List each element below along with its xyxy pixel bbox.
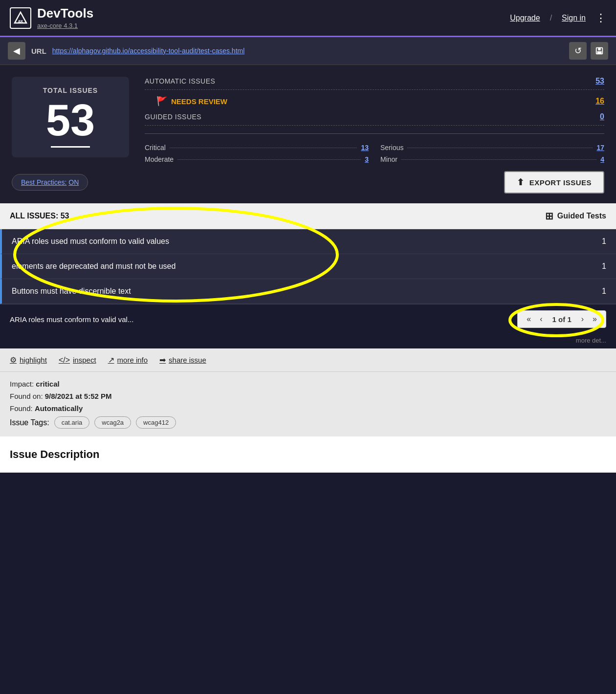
- app-header: ax DevTools axe-core 4.3.1 Upgrade / Sig…: [0, 0, 616, 37]
- best-practices-status: ON: [68, 178, 79, 186]
- stats-footer: Best Practices: ON ⬆ EXPORT ISSUES: [0, 171, 616, 203]
- highlight-label: highlight: [20, 356, 47, 364]
- issue-list-item[interactable]: elements are deprecated and must not be …: [0, 254, 616, 279]
- critical-severity: Critical 13: [145, 144, 369, 152]
- stats-panel: TOTAL ISSUES 53 AUTOMATIC ISSUES 53 🚩 NE…: [0, 65, 616, 171]
- share-icon: ➡: [159, 355, 166, 365]
- issue-description-title: Issue Description: [10, 448, 606, 461]
- pagination: « ‹ 1 of 1 › »: [517, 310, 606, 328]
- highlight-icon: ⚙: [10, 355, 17, 365]
- guided-tests-label: Guided Tests: [557, 212, 606, 220]
- minor-value[interactable]: 4: [600, 155, 604, 163]
- found-on-value: 9/8/2021 at 5:52 PM: [45, 392, 112, 400]
- export-issues-button[interactable]: ⬆ EXPORT ISSUES: [504, 171, 604, 194]
- impact-label: Impact:: [10, 380, 34, 388]
- upgrade-link[interactable]: Upgrade: [510, 14, 540, 22]
- impact-row: Impact: critical: [10, 380, 606, 388]
- signin-link[interactable]: Sign in: [562, 14, 586, 22]
- share-label: share issue: [169, 356, 206, 364]
- selected-issue-text: ARIA roles must conform to valid val...: [10, 315, 133, 324]
- total-issues-label: TOTAL ISSUES: [25, 87, 115, 94]
- issue-item-text: elements are deprecated and must not be …: [12, 262, 176, 271]
- tag-wcag2a: wcag2a: [94, 416, 131, 429]
- serious-severity: Serious 17: [380, 144, 604, 152]
- pagination-info: 1 of 1: [549, 315, 575, 324]
- export-label: EXPORT ISSUES: [529, 178, 592, 187]
- header-separator: /: [550, 14, 552, 22]
- pagination-next-button[interactable]: ›: [578, 314, 587, 325]
- moderate-dots: [177, 159, 361, 160]
- svg-rect-4: [597, 51, 602, 54]
- pagination-prev-button[interactable]: ‹: [537, 314, 545, 325]
- share-issue-action[interactable]: ➡ share issue: [159, 355, 206, 365]
- header-left: ax DevTools axe-core 4.3.1: [10, 6, 93, 30]
- issue-item-count: 1: [602, 262, 606, 271]
- moderate-value[interactable]: 3: [365, 155, 369, 163]
- issue-list-item[interactable]: Buttons must have discernible text 1: [0, 279, 616, 304]
- guided-tests-button[interactable]: ⊞ Guided Tests: [545, 210, 606, 222]
- more-info-icon: ↗: [108, 355, 114, 365]
- tags-label: Issue Tags:: [10, 418, 49, 427]
- moderate-label: Moderate: [145, 155, 174, 163]
- impact-value: critical: [36, 380, 59, 388]
- back-icon: ◀: [13, 45, 20, 56]
- url-value[interactable]: https://alphagov.github.io/accessibility…: [52, 47, 563, 55]
- issues-list-wrapper: ALL ISSUES: 53 ⊞ Guided Tests ARIA roles…: [0, 203, 616, 304]
- best-practices-button[interactable]: Best Practices: ON: [12, 174, 88, 191]
- serious-label: Serious: [380, 144, 403, 152]
- header-title: DevTools axe-core 4.3.1: [37, 6, 93, 30]
- issue-item-text: Buttons must have discernible text: [12, 287, 131, 296]
- refresh-button[interactable]: ↺: [569, 42, 587, 60]
- issue-list-item[interactable]: ARIA roles used must conform to valid va…: [0, 229, 616, 254]
- svg-text:ax: ax: [18, 19, 23, 23]
- automatic-issues-value[interactable]: 53: [590, 77, 604, 86]
- guided-issues-value[interactable]: 0: [590, 112, 604, 121]
- more-details-text: more det...: [576, 337, 606, 344]
- logo-icon: ax: [10, 7, 31, 29]
- app-subtitle: axe-core 4.3.1: [37, 22, 78, 29]
- more-details-bar: more det...: [0, 334, 616, 348]
- url-label: URL: [31, 47, 46, 55]
- inspect-label: inspect: [73, 356, 96, 364]
- more-info-action[interactable]: ↗ more info: [108, 355, 148, 365]
- guided-issues-row: GUIDED ISSUES 0: [145, 112, 604, 126]
- save-button[interactable]: [591, 42, 608, 60]
- tag-cat-aria: cat.aria: [54, 416, 90, 429]
- total-issues-number: 53: [25, 98, 115, 142]
- found-value: Automatically: [35, 404, 83, 412]
- needs-review-value[interactable]: 16: [595, 97, 604, 106]
- pagination-last-button[interactable]: »: [590, 314, 600, 325]
- inspect-action[interactable]: </> inspect: [59, 356, 96, 365]
- serious-value[interactable]: 17: [596, 144, 604, 152]
- minor-dots: [401, 159, 596, 160]
- guided-issues-label: GUIDED ISSUES: [145, 113, 590, 121]
- automatic-issues-label: AUTOMATIC ISSUES: [145, 77, 590, 85]
- total-issues-underline: [51, 146, 90, 148]
- grid-icon: ⊞: [545, 210, 553, 222]
- url-actions: ↺: [569, 42, 608, 60]
- inspect-icon: </>: [59, 356, 70, 365]
- found-on-row: Found on: 9/8/2021 at 5:52 PM: [10, 392, 606, 400]
- serious-dots: [407, 148, 593, 148]
- tag-wcag412: wcag412: [136, 416, 176, 429]
- minor-label: Minor: [380, 155, 397, 163]
- issue-description-section: Issue Description: [0, 436, 616, 473]
- found-label: Found:: [10, 404, 33, 412]
- issue-item-text: ARIA roles used must conform to valid va…: [12, 237, 169, 246]
- found-on-label: Found on:: [10, 392, 43, 400]
- issues-container: ARIA roles used must conform to valid va…: [0, 229, 616, 304]
- issue-meta: Impact: critical Found on: 9/8/2021 at 5…: [0, 372, 616, 436]
- needs-review-label: NEEDS REVIEW: [171, 97, 592, 106]
- svg-rect-3: [598, 48, 600, 50]
- minor-severity: Minor 4: [380, 155, 604, 163]
- url-back-button[interactable]: ◀: [8, 42, 25, 60]
- issues-list-header: ALL ISSUES: 53 ⊞ Guided Tests: [0, 203, 616, 229]
- found-row: Found: Automatically: [10, 404, 606, 412]
- issue-item-count: 1: [602, 237, 606, 246]
- highlight-action[interactable]: ⚙ highlight: [10, 355, 47, 365]
- selected-issue-bar: ARIA roles must conform to valid val... …: [0, 304, 616, 334]
- critical-value[interactable]: 13: [361, 144, 369, 152]
- more-options-icon[interactable]: ⋮: [595, 12, 606, 24]
- pagination-first-button[interactable]: «: [524, 314, 534, 325]
- moderate-severity: Moderate 3: [145, 155, 369, 163]
